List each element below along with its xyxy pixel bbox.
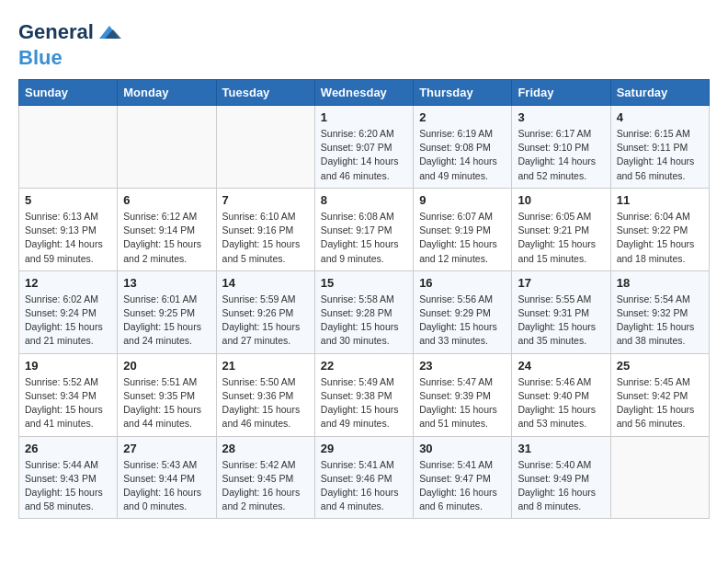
day-cell: 3Sunrise: 6:17 AMSunset: 9:10 PMDaylight… [512,106,610,189]
day-number: 9 [419,193,506,207]
day-number: 11 [617,193,703,207]
calendar-table: SundayMondayTuesdayWednesdayThursdayFrid… [18,79,710,519]
day-info: Sunrise: 6:07 AMSunset: 9:19 PMDaylight:… [419,210,506,266]
day-cell [118,106,216,189]
day-number: 28 [222,442,309,455]
day-number: 14 [222,276,309,290]
day-number: 30 [419,442,506,455]
day-cell: 2Sunrise: 6:19 AMSunset: 9:08 PMDaylight… [414,106,512,189]
day-number: 12 [25,276,111,290]
day-cell: 19Sunrise: 5:52 AMSunset: 9:34 PMDayligh… [19,353,118,436]
day-number: 17 [518,276,604,290]
day-cell: 21Sunrise: 5:50 AMSunset: 9:36 PMDayligh… [216,353,314,436]
day-cell: 14Sunrise: 5:59 AMSunset: 9:26 PMDayligh… [216,270,314,353]
day-cell [610,436,709,519]
weekday-tuesday: Tuesday [216,80,314,106]
logo: General Blue [18,18,123,70]
day-cell: 26Sunrise: 5:44 AMSunset: 9:43 PMDayligh… [19,436,118,519]
day-number: 24 [518,359,604,373]
day-info: Sunrise: 6:13 AMSunset: 9:13 PMDaylight:… [25,210,111,266]
day-info: Sunrise: 6:01 AMSunset: 9:25 PMDaylight:… [123,293,210,349]
day-number: 15 [321,276,407,290]
day-cell [216,106,314,189]
day-number: 1 [321,110,407,124]
day-cell: 8Sunrise: 6:08 AMSunset: 9:17 PMDaylight… [314,188,413,270]
day-info: Sunrise: 5:56 AMSunset: 9:29 PMDaylight:… [419,293,506,349]
day-info: Sunrise: 5:52 AMSunset: 9:34 PMDaylight:… [25,375,111,431]
weekday-thursday: Thursday [414,80,512,106]
day-info: Sunrise: 6:05 AMSunset: 9:21 PMDaylight:… [518,210,604,266]
day-number: 20 [123,359,210,373]
day-number: 26 [25,442,111,455]
day-number: 10 [518,193,604,207]
day-cell: 17Sunrise: 5:55 AMSunset: 9:31 PMDayligh… [512,270,610,353]
day-cell: 4Sunrise: 6:15 AMSunset: 9:11 PMDaylight… [610,106,709,189]
day-info: Sunrise: 6:04 AMSunset: 9:22 PMDaylight:… [617,210,703,266]
day-info: Sunrise: 5:46 AMSunset: 9:40 PMDaylight:… [518,375,604,431]
calendar-body: 1Sunrise: 6:20 AMSunset: 9:07 PMDaylight… [19,106,710,519]
day-number: 2 [419,110,506,124]
day-number: 5 [25,193,111,207]
day-info: Sunrise: 5:50 AMSunset: 9:36 PMDaylight:… [222,375,309,431]
weekday-friday: Friday [512,80,610,106]
day-cell [19,106,118,189]
day-info: Sunrise: 6:15 AMSunset: 9:11 PMDaylight:… [617,127,703,183]
logo-blue: Blue [18,46,63,69]
week-row-5: 26Sunrise: 5:44 AMSunset: 9:43 PMDayligh… [19,436,710,519]
day-info: Sunrise: 6:12 AMSunset: 9:14 PMDaylight:… [123,210,210,266]
day-info: Sunrise: 5:45 AMSunset: 9:42 PMDaylight:… [617,375,703,431]
day-number: 22 [321,359,407,373]
day-cell: 25Sunrise: 5:45 AMSunset: 9:42 PMDayligh… [610,353,709,436]
day-info: Sunrise: 5:42 AMSunset: 9:45 PMDaylight:… [222,458,309,514]
day-cell: 15Sunrise: 5:58 AMSunset: 9:28 PMDayligh… [314,270,413,353]
week-row-4: 19Sunrise: 5:52 AMSunset: 9:34 PMDayligh… [19,353,710,436]
day-cell: 20Sunrise: 5:51 AMSunset: 9:35 PMDayligh… [118,353,216,436]
day-number: 25 [617,359,703,373]
day-cell: 23Sunrise: 5:47 AMSunset: 9:39 PMDayligh… [414,353,512,436]
day-cell: 28Sunrise: 5:42 AMSunset: 9:45 PMDayligh… [216,436,314,519]
day-info: Sunrise: 6:20 AMSunset: 9:07 PMDaylight:… [321,127,407,183]
day-cell: 27Sunrise: 5:43 AMSunset: 9:44 PMDayligh… [118,436,216,519]
week-row-3: 12Sunrise: 6:02 AMSunset: 9:24 PMDayligh… [19,270,710,353]
day-cell: 16Sunrise: 5:56 AMSunset: 9:29 PMDayligh… [414,270,512,353]
day-number: 13 [123,276,210,290]
day-number: 19 [25,359,111,373]
day-cell: 11Sunrise: 6:04 AMSunset: 9:22 PMDayligh… [610,188,709,270]
day-info: Sunrise: 5:51 AMSunset: 9:35 PMDaylight:… [123,375,210,431]
day-info: Sunrise: 5:55 AMSunset: 9:31 PMDaylight:… [518,293,604,349]
day-number: 16 [419,276,506,290]
day-cell: 29Sunrise: 5:41 AMSunset: 9:46 PMDayligh… [314,436,413,519]
day-info: Sunrise: 5:47 AMSunset: 9:39 PMDaylight:… [419,375,506,431]
day-number: 7 [222,193,309,207]
day-cell: 9Sunrise: 6:07 AMSunset: 9:19 PMDaylight… [414,188,512,270]
day-cell: 5Sunrise: 6:13 AMSunset: 9:13 PMDaylight… [19,188,118,270]
day-info: Sunrise: 5:41 AMSunset: 9:46 PMDaylight:… [321,458,407,514]
day-info: Sunrise: 6:10 AMSunset: 9:16 PMDaylight:… [222,210,309,266]
day-info: Sunrise: 5:54 AMSunset: 9:32 PMDaylight:… [617,293,703,349]
day-info: Sunrise: 5:40 AMSunset: 9:49 PMDaylight:… [518,458,604,514]
day-number: 27 [123,442,210,455]
day-cell: 1Sunrise: 6:20 AMSunset: 9:07 PMDaylight… [314,106,413,189]
page-header: General Blue [18,18,710,70]
day-cell: 24Sunrise: 5:46 AMSunset: 9:40 PMDayligh… [512,353,610,436]
day-info: Sunrise: 5:58 AMSunset: 9:28 PMDaylight:… [321,293,407,349]
day-info: Sunrise: 5:43 AMSunset: 9:44 PMDaylight:… [123,458,210,514]
day-number: 6 [123,193,210,207]
weekday-monday: Monday [118,80,216,106]
day-cell: 13Sunrise: 6:01 AMSunset: 9:25 PMDayligh… [118,270,216,353]
day-cell: 12Sunrise: 6:02 AMSunset: 9:24 PMDayligh… [19,270,118,353]
day-number: 29 [321,442,407,455]
day-number: 21 [222,359,309,373]
day-number: 8 [321,193,407,207]
day-info: Sunrise: 6:17 AMSunset: 9:10 PMDaylight:… [518,127,604,183]
weekday-sunday: Sunday [19,80,118,106]
day-number: 31 [518,442,604,455]
weekday-header-row: SundayMondayTuesdayWednesdayThursdayFrid… [19,80,710,106]
day-cell: 6Sunrise: 6:12 AMSunset: 9:14 PMDaylight… [118,188,216,270]
week-row-2: 5Sunrise: 6:13 AMSunset: 9:13 PMDaylight… [19,188,710,270]
day-info: Sunrise: 5:44 AMSunset: 9:43 PMDaylight:… [25,458,111,514]
day-number: 4 [617,110,703,124]
day-info: Sunrise: 5:49 AMSunset: 9:38 PMDaylight:… [321,375,407,431]
day-cell: 10Sunrise: 6:05 AMSunset: 9:21 PMDayligh… [512,188,610,270]
weekday-wednesday: Wednesday [314,80,413,106]
